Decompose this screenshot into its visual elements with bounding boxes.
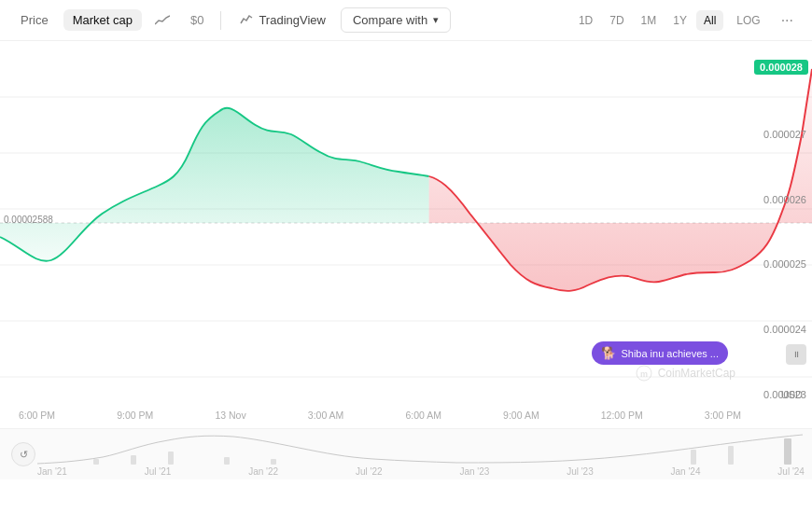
time-label-1: 9:00 PM [117, 410, 153, 421]
coinmarketcap-watermark: m CoinMarketCap [636, 365, 735, 382]
mini-time-7: Jul '24 [777, 466, 805, 477]
usd-label: USD [781, 389, 803, 400]
mini-time-1: Jul '21 [145, 466, 172, 477]
time-label-2: 13 Nov [215, 410, 245, 421]
compare-btn[interactable]: Compare with ▾ [341, 7, 451, 33]
time-label-4: 6:00 AM [405, 410, 441, 421]
log-btn[interactable]: LOG [729, 10, 767, 31]
time-label-3: 3:00 AM [308, 410, 344, 421]
main-chart-container: 0.000028 0.000027 0.000026 0.000025 0.00… [0, 41, 812, 428]
line-chart-icon [155, 15, 170, 26]
compare-label: Compare with [353, 13, 427, 27]
svg-rect-15 [728, 446, 734, 465]
mini-time-2: Jan '22 [248, 466, 278, 477]
svg-rect-9 [93, 459, 99, 465]
chevron-down-icon: ▾ [433, 14, 439, 26]
svg-rect-14 [691, 450, 696, 465]
period-all-btn[interactable]: All [696, 10, 723, 31]
svg-rect-10 [131, 455, 136, 465]
watermark-text: CoinMarketCap [658, 367, 735, 380]
time-label-7: 3:00 PM [705, 410, 741, 421]
cmc-logo-icon: m [636, 365, 652, 382]
time-label-0: 6:00 PM [19, 410, 55, 421]
period-buttons: 1D 7D 1M 1Y All [571, 10, 723, 31]
price-tab-btn[interactable]: Price [11, 9, 58, 31]
mini-time-3: Jul '22 [356, 466, 383, 477]
time-label-6: 12:00 PM [601, 410, 643, 421]
pause-btn[interactable]: ⏸ [786, 344, 806, 365]
svg-text:m: m [640, 369, 648, 379]
pause-icon: ⏸ [792, 350, 801, 359]
period-1y-btn[interactable]: 1Y [665, 10, 694, 31]
mini-time-labels: Jan '21 Jul '21 Jan '22 Jul '22 Jan '23 … [37, 466, 805, 477]
mini-chart-area: ↺ Jan '21 Jul '21 Jan '22 Jul '22 Jan '2… [0, 428, 812, 479]
time-labels-row: 6:00 PM 9:00 PM 13 Nov 3:00 AM 6:00 AM 9… [19, 410, 741, 421]
market-cap-tab-btn[interactable]: Market cap [63, 9, 142, 31]
tradingview-label: TradingView [259, 13, 326, 27]
toolbar-divider-1 [220, 11, 221, 30]
toolbar: Price Market cap $0 TradingView Compare … [0, 0, 812, 41]
svg-rect-11 [168, 451, 174, 465]
svg-rect-16 [784, 438, 791, 465]
back-nav-btn[interactable]: ↺ [11, 442, 35, 466]
mini-time-5: Jul '23 [567, 466, 594, 477]
time-label-5: 9:00 AM [503, 410, 539, 421]
period-1d-btn[interactable]: 1D [571, 10, 600, 31]
mini-time-6: Jan '24 [671, 466, 701, 477]
mini-chart-svg [37, 431, 803, 466]
more-btn[interactable]: ··· [774, 8, 801, 33]
dollar-icon: $0 [190, 13, 203, 27]
chart-type-btn[interactable] [147, 11, 177, 30]
shiba-icon: 🐕 [601, 346, 616, 360]
shiba-label: Shiba inu achieves ... [621, 348, 719, 359]
back-icon: ↺ [20, 449, 28, 461]
tradingview-icon [240, 14, 253, 27]
tradingview-btn[interactable]: TradingView [231, 9, 335, 31]
mini-time-4: Jan '23 [459, 466, 489, 477]
left-price-label: 0.00002588 [4, 214, 53, 224]
shiba-pill[interactable]: 🐕 Shiba inu achieves ... [592, 341, 728, 365]
mini-time-0: Jan '21 [37, 466, 67, 477]
period-7d-btn[interactable]: 7D [602, 10, 631, 31]
svg-rect-12 [224, 457, 230, 465]
dollar-type-btn[interactable]: $0 [183, 9, 211, 31]
svg-rect-13 [271, 459, 276, 465]
period-1m-btn[interactable]: 1M [634, 10, 665, 31]
